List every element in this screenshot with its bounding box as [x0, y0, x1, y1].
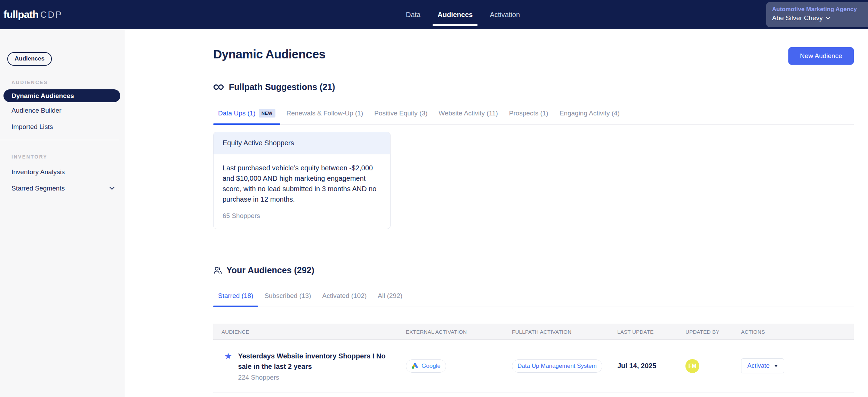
updated-by-avatar: FM	[685, 359, 699, 373]
table-header-row: AUDIENCE EXTERNAL ACTIVATION FULLPATH AC…	[213, 324, 854, 340]
new-audience-button[interactable]: New Audience	[788, 47, 854, 65]
main-nav: Data Audiences Activation	[406, 0, 520, 29]
sidebar-item-inventory-analysis[interactable]: Inventory Analysis	[0, 164, 125, 180]
star-icon[interactable]: ★	[224, 351, 232, 361]
your-audiences-tabs: Starred (18) Subscribed (13) Activated (…	[213, 292, 854, 307]
new-badge: NEW	[259, 109, 275, 118]
fullpath-logo: fullpath CDP	[3, 0, 63, 29]
audience-name[interactable]: Yesterdays Website inventory Shoppers I …	[238, 351, 398, 372]
sidebar: Audiences AUDIENCES Dynamic Audiences Au…	[0, 29, 125, 397]
chevron-down-icon	[826, 17, 830, 19]
tab-starred[interactable]: Starred (18)	[213, 292, 258, 307]
last-update-date: Jul 14, 2025	[610, 362, 677, 370]
tab-data-ups[interactable]: Data Ups (1) NEW	[213, 109, 280, 124]
nav-item-data[interactable]: Data	[406, 0, 420, 29]
column-header-fullpath-activation: FULLPATH ACTIVATION	[504, 329, 610, 335]
fullpath-activation-chip[interactable]: Data Up Management System	[512, 359, 602, 373]
audiences-table: AUDIENCE EXTERNAL ACTIVATION FULLPATH AC…	[213, 324, 854, 392]
sidebar-item-imported-lists[interactable]: Imported Lists	[0, 119, 125, 135]
suggestion-card-title: Equity Active Shoppers	[214, 132, 390, 154]
people-icon	[213, 266, 222, 275]
activate-button[interactable]: Activate	[741, 358, 784, 373]
suggestions-heading-label: Fullpath Suggestions (21)	[229, 82, 335, 92]
suggestions-tabs: Data Ups (1) NEW Renewals & Follow-Up (1…	[213, 109, 854, 125]
column-header-external-activation: EXTERNAL ACTIVATION	[397, 329, 504, 335]
account-selector[interactable]: Automotive Marketing Agency Abe Silver C…	[766, 2, 868, 27]
activate-button-label: Activate	[747, 362, 770, 370]
tab-renewals-follow-up[interactable]: Renewals & Follow-Up (1)	[282, 109, 368, 124]
google-ads-icon	[411, 363, 419, 369]
suggestion-card-shopper-count: 65 Shoppers	[223, 212, 381, 220]
table-row: ★ Yesterdays Website inventory Shoppers …	[213, 340, 854, 392]
sidebar-section-label-inventory: INVENTORY	[11, 154, 125, 160]
account-dealer-label: Abe Silver Chevy	[772, 14, 823, 22]
sidebar-item-audience-builder[interactable]: Audience Builder	[0, 102, 125, 119]
top-navbar: fullpath CDP Data Audiences Activation A…	[0, 0, 868, 29]
column-header-audience: AUDIENCE	[213, 329, 397, 335]
google-activation-chip[interactable]: Google	[406, 359, 446, 373]
audience-shopper-count: 224 Shoppers	[238, 374, 398, 381]
google-chip-label: Google	[421, 363, 441, 370]
tab-prospects[interactable]: Prospects (1)	[504, 109, 553, 124]
tab-subscribed[interactable]: Subscribed (13)	[259, 292, 316, 307]
sidebar-item-label: Starred Segments	[11, 185, 65, 192]
tab-label: Data Ups (1)	[218, 110, 256, 117]
column-header-actions: ACTIONS	[733, 329, 854, 335]
sidebar-divider	[0, 140, 119, 140]
column-header-updated-by: UPDATED BY	[677, 329, 733, 335]
sidebar-app-chip-audiences[interactable]: Audiences	[7, 52, 52, 66]
chevron-down-icon	[110, 187, 114, 190]
infinity-icon	[213, 83, 224, 91]
tab-website-activity[interactable]: Website Activity (11)	[434, 109, 503, 124]
account-agency-label: Automotive Marketing Agency	[772, 6, 868, 13]
tab-positive-equity[interactable]: Positive Equity (3)	[369, 109, 432, 124]
logo-suffix: CDP	[40, 9, 63, 20]
suggestions-heading: Fullpath Suggestions (21)	[213, 82, 854, 92]
tab-all[interactable]: All (292)	[373, 292, 407, 307]
caret-down-icon	[774, 365, 778, 367]
sidebar-section-label-audiences: AUDIENCES	[11, 80, 125, 85]
logo-brand: fullpath	[3, 9, 39, 21]
suggestion-card-description: Last purchased vehicle’s equity between …	[223, 163, 381, 204]
sidebar-item-starred-segments[interactable]: Starred Segments	[0, 180, 125, 196]
your-audiences-heading: Your Audiences (292)	[213, 265, 854, 275]
suggestion-card[interactable]: Equity Active Shoppers Last purchased ve…	[213, 132, 391, 229]
nav-item-audiences[interactable]: Audiences	[437, 0, 473, 29]
tab-activated[interactable]: Activated (102)	[318, 292, 372, 307]
nav-item-activation[interactable]: Activation	[490, 0, 520, 29]
main-content: Dynamic Audiences New Audience Fullpath …	[126, 29, 868, 397]
tab-engaging-activity[interactable]: Engaging Activity (4)	[555, 109, 625, 124]
page-title: Dynamic Audiences	[213, 47, 326, 61]
your-audiences-heading-label: Your Audiences (292)	[226, 265, 314, 275]
sidebar-item-dynamic-audiences[interactable]: Dynamic Audiences	[3, 89, 120, 102]
column-header-last-update: LAST UPDATE	[610, 329, 677, 335]
